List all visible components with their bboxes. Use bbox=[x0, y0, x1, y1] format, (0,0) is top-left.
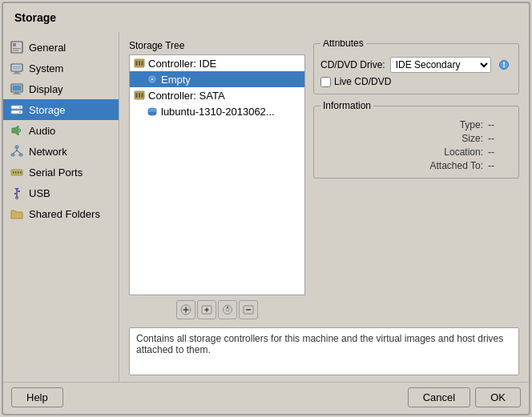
footer-right: Cancel OK bbox=[408, 387, 521, 407]
add-optical-button[interactable] bbox=[218, 300, 237, 319]
tree-item-lubuntu[interactable]: lubuntu-1310-2013062... bbox=[130, 103, 304, 119]
storage-tree-box[interactable]: Controller: IDE Empty bbox=[129, 54, 305, 295]
live-cd-label-text: Live CD/DVD bbox=[334, 76, 391, 87]
settings-dialog: Storage General bbox=[2, 2, 530, 415]
tree-item-empty[interactable]: Empty bbox=[130, 71, 304, 87]
sidebar-item-shared-folders[interactable]: Shared Folders bbox=[3, 203, 119, 224]
svg-rect-40 bbox=[136, 93, 138, 98]
live-cd-row: Live CD/DVD bbox=[320, 76, 512, 87]
attributes-group: Attributes CD/DVD Drive: IDE Secondary I… bbox=[313, 43, 519, 94]
svg-point-13 bbox=[19, 106, 21, 108]
dialog-footer: Help Cancel OK bbox=[3, 382, 529, 414]
tree-item-lubuntu-label: lubuntu-1310-2013062... bbox=[161, 106, 275, 118]
svg-rect-41 bbox=[139, 93, 140, 98]
dialog-title: Storage bbox=[14, 11, 56, 24]
display-icon bbox=[10, 82, 24, 96]
controller-ide-icon bbox=[133, 57, 146, 70]
svg-rect-36 bbox=[142, 61, 143, 66]
location-row: Location: -- bbox=[320, 146, 512, 158]
information-group: Information Type: -- Size: -- Location: bbox=[313, 106, 519, 178]
svg-rect-31 bbox=[18, 190, 20, 192]
svg-rect-3 bbox=[13, 50, 18, 51]
cd-dvd-browse-button[interactable] bbox=[496, 57, 512, 73]
sidebar-item-system-label: System bbox=[29, 62, 63, 74]
svg-rect-27 bbox=[20, 171, 22, 174]
sidebar-item-audio-label: Audio bbox=[29, 125, 55, 137]
svg-rect-34 bbox=[136, 61, 138, 66]
svg-rect-10 bbox=[14, 93, 19, 94]
sidebar-item-general[interactable]: General bbox=[3, 37, 119, 58]
main-content: Storage Tree bbox=[119, 32, 529, 382]
type-label: Type: bbox=[460, 119, 483, 130]
sidebar-item-usb[interactable]: USB bbox=[3, 182, 119, 203]
sidebar-item-network-label: Network bbox=[29, 146, 67, 158]
attached-label: Attached To: bbox=[430, 160, 484, 171]
footer-left: Help bbox=[11, 387, 63, 407]
svg-point-55 bbox=[226, 308, 229, 311]
svg-point-15 bbox=[19, 111, 21, 113]
usb-icon bbox=[10, 186, 24, 200]
svg-rect-2 bbox=[13, 48, 21, 49]
storage-tree-label: Storage Tree bbox=[129, 40, 305, 51]
sidebar-item-display-label: Display bbox=[29, 83, 63, 95]
sidebar-item-general-label: General bbox=[29, 42, 66, 54]
svg-rect-35 bbox=[139, 61, 140, 66]
svg-rect-11 bbox=[13, 94, 21, 94]
information-group-title: Information bbox=[320, 100, 373, 111]
svg-rect-42 bbox=[142, 93, 143, 98]
svg-rect-6 bbox=[13, 74, 21, 74]
audio-icon bbox=[10, 123, 24, 138]
attached-value: -- bbox=[488, 160, 512, 171]
live-cd-label[interactable]: Live CD/DVD bbox=[334, 76, 391, 87]
tree-item-ide-label: Controller: IDE bbox=[148, 58, 216, 70]
sidebar-item-storage-label: Storage bbox=[29, 104, 66, 116]
attributes-section: Attributes CD/DVD Drive: IDE Secondary I… bbox=[313, 40, 519, 321]
sidebar-item-shared-folders-label: Shared Folders bbox=[29, 208, 100, 220]
storage-tree-toolbar bbox=[129, 299, 305, 321]
add-disk-button[interactable] bbox=[197, 300, 216, 319]
help-button[interactable]: Help bbox=[11, 387, 63, 407]
sidebar-item-storage[interactable]: Storage bbox=[3, 99, 119, 120]
content-area: Storage Tree bbox=[129, 40, 519, 321]
attributes-group-title: Attributes bbox=[320, 40, 366, 49]
tree-item-ide[interactable]: Controller: IDE bbox=[130, 55, 304, 71]
tree-item-empty-label: Empty bbox=[161, 74, 191, 86]
svg-rect-17 bbox=[15, 146, 18, 148]
storage-icon bbox=[10, 102, 24, 117]
sidebar-item-audio[interactable]: Audio bbox=[3, 120, 119, 141]
size-label: Size: bbox=[461, 133, 483, 144]
sidebar-item-serial-ports-label: Serial Ports bbox=[29, 166, 83, 178]
disk-icon bbox=[146, 105, 159, 118]
svg-point-38 bbox=[151, 78, 154, 81]
shared-icon bbox=[10, 206, 24, 221]
svg-point-45 bbox=[148, 112, 156, 115]
sidebar-item-serial-ports[interactable]: Serial Ports bbox=[3, 162, 119, 182]
svg-rect-30 bbox=[14, 193, 17, 194]
svg-rect-26 bbox=[18, 171, 19, 174]
live-cd-checkbox[interactable] bbox=[320, 77, 331, 87]
sidebar-item-display[interactable]: Display bbox=[3, 78, 119, 99]
cancel-button[interactable]: Cancel bbox=[408, 387, 470, 407]
svg-point-61 bbox=[503, 66, 505, 67]
sidebar-item-network[interactable]: Network bbox=[3, 141, 119, 162]
sidebar-item-system[interactable]: System bbox=[3, 58, 119, 78]
svg-rect-1 bbox=[13, 43, 16, 46]
location-label: Location: bbox=[444, 146, 483, 158]
svg-rect-24 bbox=[13, 171, 14, 174]
size-value: -- bbox=[488, 133, 512, 144]
controller-sata-icon bbox=[133, 89, 146, 102]
add-controller-button[interactable] bbox=[176, 300, 195, 319]
sidebar: General System bbox=[3, 32, 119, 382]
remove-button[interactable] bbox=[239, 300, 258, 319]
cd-dvd-select[interactable]: IDE Secondary IDE Primary None bbox=[390, 57, 491, 73]
serial-icon bbox=[10, 165, 24, 179]
svg-rect-7 bbox=[13, 66, 21, 70]
attached-row: Attached To: -- bbox=[320, 160, 512, 171]
type-row: Type: -- bbox=[320, 119, 512, 130]
svg-marker-16 bbox=[12, 126, 18, 135]
tree-item-sata[interactable]: Controller: SATA bbox=[130, 87, 304, 103]
ok-button[interactable]: OK bbox=[475, 387, 521, 407]
svg-rect-5 bbox=[14, 72, 19, 74]
system-icon bbox=[10, 61, 24, 75]
svg-rect-18 bbox=[11, 154, 14, 156]
